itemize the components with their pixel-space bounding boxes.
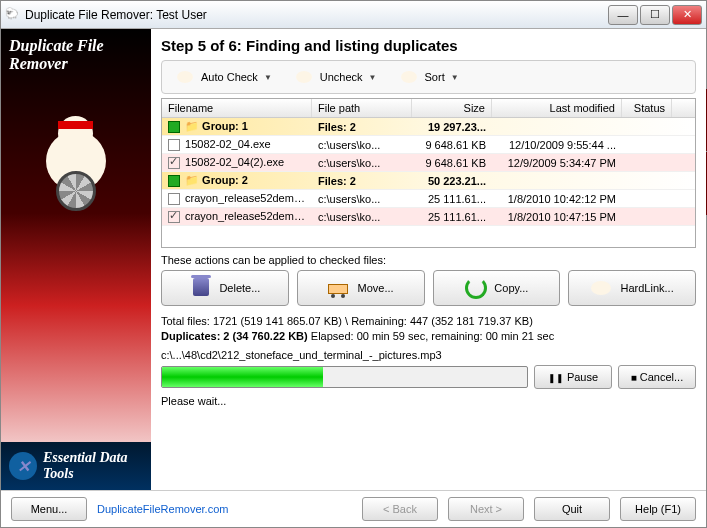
pause-button[interactable]: Pause bbox=[534, 365, 612, 389]
row-checkbox[interactable] bbox=[168, 157, 180, 169]
row-checkbox[interactable] bbox=[168, 193, 180, 205]
cart-icon bbox=[328, 276, 352, 300]
chevron-down-icon: ▼ bbox=[451, 73, 459, 82]
row-checkbox[interactable] bbox=[168, 211, 180, 223]
col-modified[interactable]: Last modified bbox=[492, 99, 622, 117]
file-row[interactable]: crayon_release52demo.exec:\users\ko...25… bbox=[162, 190, 695, 208]
progress-bar bbox=[161, 366, 528, 388]
product-name: Duplicate File Remover bbox=[1, 29, 151, 81]
group-header[interactable]: 📁 Group: 1Files: 219 297.23... bbox=[162, 118, 695, 136]
link-icon bbox=[591, 276, 615, 300]
col-size[interactable]: Size bbox=[412, 99, 492, 117]
app-icon: 🐑 bbox=[5, 7, 21, 23]
titlebar: 🐑 Duplicate File Remover: Test User — ☐ … bbox=[1, 1, 706, 29]
sort-button[interactable]: Sort▼ bbox=[388, 63, 468, 91]
maximize-button[interactable]: ☐ bbox=[640, 5, 670, 25]
trash-icon bbox=[189, 276, 213, 300]
col-filename[interactable]: Filename bbox=[162, 99, 312, 117]
list-header[interactable]: Filename File path Size Last modified St… bbox=[162, 99, 695, 118]
wait-label: Please wait... bbox=[161, 395, 696, 407]
chevron-down-icon: ▼ bbox=[369, 73, 377, 82]
file-row[interactable]: 15082-02_04.exec:\users\ko...9 648.61 KB… bbox=[162, 136, 695, 154]
close-button[interactable]: ✕ bbox=[672, 5, 702, 25]
file-row[interactable]: 15082-02_04(2).exec:\users\ko...9 648.61… bbox=[162, 154, 695, 172]
file-row[interactable]: crayon_release52demo(2).c:\users\ko...25… bbox=[162, 208, 695, 226]
footer: Menu... DuplicateFileRemover.com < Back … bbox=[1, 490, 706, 527]
actions-label: These actions can be applied to checked … bbox=[161, 254, 696, 266]
pause-icon bbox=[548, 371, 564, 383]
stats-elapsed: Elapsed: 00 min 59 sec, remaining: 00 mi… bbox=[308, 330, 554, 342]
help-button[interactable]: Help (F1) bbox=[620, 497, 696, 521]
move-button[interactable]: Move... bbox=[297, 270, 425, 306]
autocheck-button[interactable]: Auto Check▼ bbox=[164, 63, 281, 91]
mascot-image bbox=[26, 101, 126, 241]
delete-button[interactable]: Delete... bbox=[161, 270, 289, 306]
back-button[interactable]: < Back bbox=[362, 497, 438, 521]
menu-button[interactable]: Menu... bbox=[11, 497, 87, 521]
stats-line1: Total files: 1721 (519 141 865.07 KB) \ … bbox=[161, 314, 696, 329]
chevron-down-icon: ▼ bbox=[264, 73, 272, 82]
current-file: c:\...\48\cd2\212_stoneface_und_terminal… bbox=[161, 349, 696, 361]
row-checkbox[interactable] bbox=[168, 139, 180, 151]
tools-icon bbox=[9, 452, 37, 480]
quit-button[interactable]: Quit bbox=[534, 497, 610, 521]
website-link[interactable]: DuplicateFileRemover.com bbox=[97, 503, 352, 515]
refresh-icon bbox=[464, 276, 488, 300]
cancel-button[interactable]: Cancel... bbox=[618, 365, 696, 389]
stop-icon bbox=[631, 371, 637, 383]
suite-name: Essential Data Tools bbox=[1, 442, 151, 490]
toolbar: Auto Check▼ Uncheck▼ Sort▼ bbox=[161, 60, 696, 94]
col-status[interactable]: Status bbox=[622, 99, 672, 117]
minimize-button[interactable]: — bbox=[608, 5, 638, 25]
col-filepath[interactable]: File path bbox=[312, 99, 412, 117]
stats-duplicates: Duplicates: 2 (34 760.22 KB) bbox=[161, 330, 308, 342]
uncheck-button[interactable]: Uncheck▼ bbox=[283, 63, 386, 91]
next-button[interactable]: Next > bbox=[448, 497, 524, 521]
hardlink-button[interactable]: HardLink... bbox=[568, 270, 696, 306]
copy-button[interactable]: Copy... bbox=[433, 270, 561, 306]
group-header[interactable]: 📁 Group: 2Files: 250 223.21... bbox=[162, 172, 695, 190]
step-heading: Step 5 of 6: Finding and listing duplica… bbox=[161, 37, 696, 54]
window-title: Duplicate File Remover: Test User bbox=[21, 8, 608, 22]
sidebar: Duplicate File Remover Essential Data To… bbox=[1, 29, 151, 490]
stats: Total files: 1721 (519 141 865.07 KB) \ … bbox=[161, 314, 696, 345]
file-list[interactable]: Filename File path Size Last modified St… bbox=[161, 98, 696, 248]
